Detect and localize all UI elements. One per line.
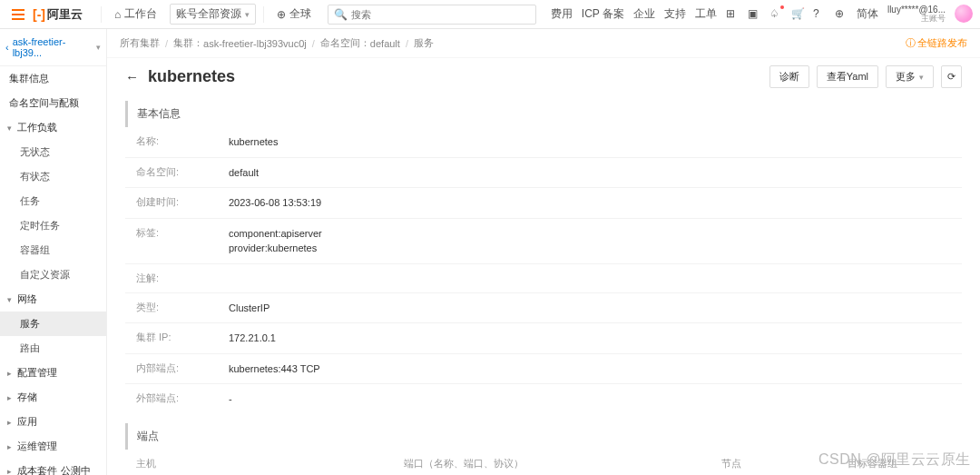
kv-val-name: kubernetes <box>225 127 962 157</box>
tool-icon[interactable]: ⊞ <box>726 7 739 20</box>
col-port: 端口（名称、端口、协议） <box>393 450 710 476</box>
sidebar-group-workload[interactable]: ▾工作负载 <box>0 115 106 140</box>
nav-support[interactable]: 支持 <box>664 6 686 22</box>
nav-icp[interactable]: ICP 备案 <box>582 6 624 22</box>
user-role-label: 主账号 <box>921 15 946 24</box>
kv-val-internal-endpoint: kubernetes:443 TCP <box>225 354 962 384</box>
svg-rect-0 <box>12 9 24 11</box>
section-heading-basic: 基本信息 <box>125 101 962 127</box>
refresh-icon: ⟳ <box>947 71 956 83</box>
kv-key-namespace: 命名空间: <box>125 158 225 188</box>
resource-scope-dropdown[interactable]: 账号全部资源 ▾ <box>170 4 256 25</box>
sidebar: ‹ ask-freetier-lbj39... ▾ 集群信息 命名空间与配额 ▾… <box>0 29 107 475</box>
resource-scope-label: 账号全部资源 <box>176 6 241 22</box>
sidebar-item-stateless[interactable]: 无状态 <box>0 140 106 164</box>
crumb-cluster-name[interactable]: ask-freetier-lbj393vuc0j <box>203 38 307 49</box>
col-node: 节点 <box>710 450 836 476</box>
beta-badge: 公测中 <box>61 464 91 475</box>
kv-val-created: 2023-06-08 13:53:19 <box>225 188 962 218</box>
chevron-down-icon: ▾ <box>96 43 101 52</box>
sidebar-item-job[interactable]: 任务 <box>0 189 106 213</box>
sidebar-group-ops[interactable]: ▸运维管理 <box>0 434 106 459</box>
full-link-release-label: 全链路发布 <box>917 36 967 50</box>
kv-key-cluster-ip: 集群 IP: <box>125 323 225 353</box>
sidebar-item-cronjob[interactable]: 定时任务 <box>0 213 106 238</box>
endpoints-table: 主机 端口（名称、端口、协议） 节点 目标容器组 192.168.48.79 h… <box>125 450 962 476</box>
globe-icon: ⊕ <box>277 8 286 21</box>
info-icon: ⓘ <box>906 36 916 50</box>
full-link-release[interactable]: ⓘ 全链路发布 <box>906 36 967 50</box>
crumb-all-clusters[interactable]: 所有集群 <box>120 36 160 50</box>
crumb-leaf: 服务 <box>414 36 434 50</box>
logo[interactable]: [-] 阿里云 <box>33 6 83 23</box>
col-target-pod: 目标容器组 <box>837 450 962 476</box>
back-button[interactable]: ← <box>125 69 139 84</box>
breadcrumb: 所有集群 / 集群： ask-freetier-lbj393vuc0j / 命名… <box>107 29 980 58</box>
kv-key-internal-endpoint: 内部端点: <box>125 354 225 384</box>
kv-val-type: ClusterIP <box>225 293 962 323</box>
crumb-ns-value[interactable]: default <box>370 38 400 49</box>
sidebar-item-namespace-quota[interactable]: 命名空间与配额 <box>0 91 106 115</box>
chevron-down-icon: ▾ <box>245 10 250 19</box>
crumb-ns-label: 命名空间： <box>320 36 370 50</box>
sidebar-item-cluster-info[interactable]: 集群信息 <box>0 66 106 91</box>
sidebar-cluster-name: ask-freetier-lbj39... <box>13 36 93 58</box>
kv-key-name: 名称: <box>125 127 225 157</box>
search-icon: 🔍 <box>334 8 348 21</box>
sidebar-item-pods[interactable]: 容器组 <box>0 238 106 262</box>
view-yaml-button[interactable]: 查看Yaml <box>817 65 878 88</box>
sidebar-item-crd[interactable]: 自定义资源 <box>0 262 106 287</box>
search-input[interactable] <box>351 9 530 20</box>
section-heading-endpoints: 端点 <box>125 423 962 450</box>
sidebar-item-ingress[interactable]: 路由 <box>0 336 106 361</box>
sidebar-group-apps[interactable]: ▸应用 <box>0 410 106 434</box>
diagnose-button[interactable]: 诊断 <box>769 65 809 88</box>
kv-key-labels: 标签: <box>125 219 225 263</box>
bell-icon[interactable]: ♤ <box>769 7 782 20</box>
col-host: 主机 <box>125 450 393 476</box>
cloudshell-icon[interactable]: ▣ <box>748 7 760 20</box>
kv-val-cluster-ip: 172.21.0.1 <box>225 323 962 353</box>
svg-rect-1 <box>12 14 24 15</box>
nav-enterprise[interactable]: 企业 <box>633 6 655 22</box>
sidebar-group-network[interactable]: ▾网络 <box>0 287 106 312</box>
lang-icon[interactable]: ⊕ <box>835 7 848 20</box>
nav-ticket[interactable]: 工单 <box>695 6 717 22</box>
kv-key-created: 创建时间: <box>125 188 225 218</box>
chevron-down-icon: ▾ <box>919 73 924 82</box>
nav-simplified[interactable]: 简体 <box>857 6 878 22</box>
refresh-button[interactable]: ⟳ <box>941 65 962 88</box>
kv-key-external-endpoint: 外部端点: <box>125 384 225 414</box>
sidebar-group-cost[interactable]: ▸成本套件公测中 <box>0 459 106 475</box>
nav-billing[interactable]: 费用 <box>551 6 573 22</box>
sidebar-item-stateful[interactable]: 有状态 <box>0 164 106 189</box>
page-title: kubernetes <box>148 67 235 86</box>
back-icon: ‹ <box>5 42 9 53</box>
workbench-link[interactable]: ⌂ 工作台 <box>109 6 162 22</box>
kv-val-labels: component:apiserver provider:kubernetes <box>225 219 962 263</box>
region-selector[interactable]: ⊕ 全球 <box>271 6 317 22</box>
kv-val-external-endpoint: - <box>225 384 962 414</box>
sidebar-group-config[interactable]: ▸配置管理 <box>0 361 106 385</box>
avatar <box>955 5 973 23</box>
logo-icon: [-] <box>33 7 45 22</box>
more-button[interactable]: 更多▾ <box>886 65 934 88</box>
global-search[interactable]: 🔍 <box>328 5 536 25</box>
sidebar-item-services[interactable]: 服务 <box>0 312 106 336</box>
home-icon: ⌂ <box>114 8 121 21</box>
kv-key-annotations: 注解: <box>125 264 225 292</box>
user-menu[interactable]: lluy*****@16... 主账号 <box>887 5 973 24</box>
sidebar-group-storage[interactable]: ▸存储 <box>0 385 106 410</box>
help-icon[interactable]: ? <box>813 7 826 20</box>
logo-text: 阿里云 <box>47 6 83 23</box>
kv-val-namespace: default <box>225 158 962 188</box>
kv-key-type: 类型: <box>125 293 225 323</box>
workbench-label: 工作台 <box>124 6 157 22</box>
menu-toggle[interactable] <box>7 4 29 25</box>
crumb-cluster-label: 集群： <box>173 36 203 50</box>
cart-icon[interactable]: 🛒 <box>791 7 804 20</box>
region-label: 全球 <box>289 6 311 22</box>
svg-rect-2 <box>12 18 24 20</box>
sidebar-cluster-back[interactable]: ‹ ask-freetier-lbj39... ▾ <box>0 29 106 66</box>
kv-val-annotations <box>225 264 962 292</box>
